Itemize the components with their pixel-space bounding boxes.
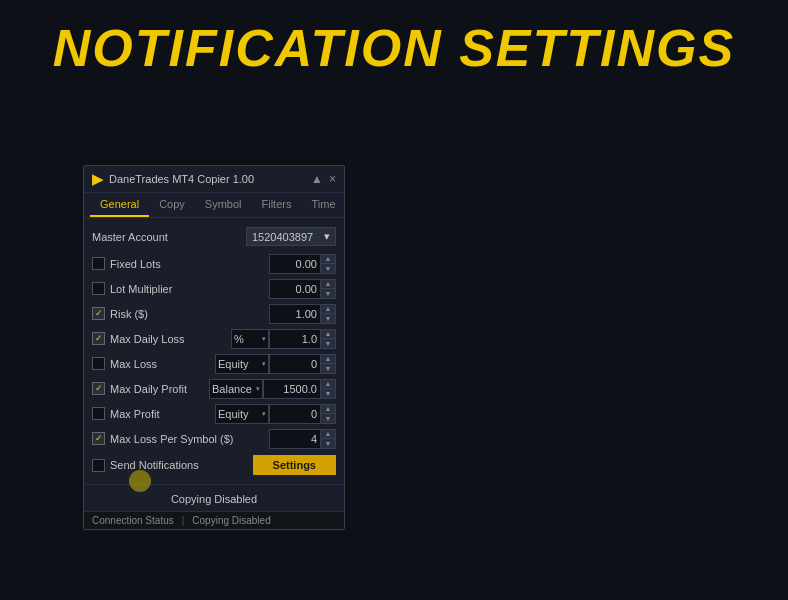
- titlebar-title: DaneTrades MT4 Copier 1.00: [109, 173, 254, 185]
- max-loss-dropdown[interactable]: Equity ▾: [215, 354, 269, 374]
- max-daily-profit-spin: ▲ ▼: [321, 379, 336, 399]
- connection-status-label: Connection Status: [92, 515, 174, 526]
- max-loss-checkbox[interactable]: [92, 357, 105, 370]
- max-profit-spin: ▲ ▼: [321, 404, 336, 424]
- max-profit-label: Max Profit: [110, 408, 215, 420]
- master-account-caret: ▾: [324, 230, 330, 243]
- lot-multiplier-spin-up[interactable]: ▲: [321, 280, 335, 289]
- send-notifications-label: Send Notifications: [110, 459, 247, 471]
- max-loss-label: Max Loss: [110, 358, 215, 370]
- max-loss-per-symbol-row: Max Loss Per Symbol ($) ▲ ▼: [92, 426, 336, 451]
- fixed-lots-controls: ▲ ▼: [269, 254, 336, 274]
- titlebar: ▶ DaneTrades MT4 Copier 1.00 ▲ ×: [84, 166, 344, 193]
- risk-spin-up[interactable]: ▲: [321, 305, 335, 314]
- max-loss-per-symbol-label: Max Loss Per Symbol ($): [110, 433, 269, 445]
- max-daily-profit-dd-caret: ▾: [256, 385, 260, 393]
- master-account-row: Master Account 1520403897 ▾: [92, 224, 336, 251]
- max-loss-spin: ▲ ▼: [321, 354, 336, 374]
- copying-disabled-bar: Copying Disabled: [84, 484, 344, 511]
- max-loss-per-symbol-spin-up[interactable]: ▲: [321, 430, 335, 439]
- max-daily-loss-dd-caret: ▾: [262, 335, 266, 343]
- max-daily-profit-input[interactable]: [263, 379, 321, 399]
- tab-symbol[interactable]: Symbol: [195, 193, 252, 217]
- titlebar-left: ▶ DaneTrades MT4 Copier 1.00: [92, 171, 254, 187]
- settings-button[interactable]: Settings: [253, 455, 336, 475]
- max-daily-profit-spin-down[interactable]: ▼: [321, 389, 335, 398]
- fixed-lots-spin-down[interactable]: ▼: [321, 264, 335, 273]
- fixed-lots-row: Fixed Lots ▲ ▼: [92, 251, 336, 276]
- max-daily-profit-dd-value: Balance: [212, 383, 252, 395]
- risk-checkbox[interactable]: [92, 307, 105, 320]
- max-loss-controls: Equity ▾ ▲ ▼: [215, 354, 336, 374]
- risk-controls: ▲ ▼: [269, 304, 336, 324]
- max-daily-loss-checkbox[interactable]: [92, 332, 105, 345]
- max-daily-profit-row: Max Daily Profit Balance ▾ ▲ ▼: [92, 376, 336, 401]
- send-notifications-row: Send Notifications Settings: [92, 451, 336, 478]
- close-button[interactable]: ×: [329, 173, 336, 185]
- lot-multiplier-row: Lot Multiplier ▲ ▼: [92, 276, 336, 301]
- max-loss-per-symbol-spin: ▲ ▼: [321, 429, 336, 449]
- max-profit-checkbox[interactable]: [92, 407, 105, 420]
- max-loss-per-symbol-input[interactable]: [269, 429, 321, 449]
- max-daily-loss-spin-down[interactable]: ▼: [321, 339, 335, 348]
- max-daily-loss-spin: ▲ ▼: [321, 329, 336, 349]
- max-profit-spin-up[interactable]: ▲: [321, 405, 335, 414]
- app-icon: ▶: [92, 171, 103, 187]
- max-daily-loss-dropdown[interactable]: % ▾: [231, 329, 269, 349]
- max-daily-loss-controls: % ▾ ▲ ▼: [231, 329, 336, 349]
- fixed-lots-checkbox[interactable]: [92, 257, 105, 270]
- max-loss-dd-caret: ▾: [262, 360, 266, 368]
- max-profit-controls: Equity ▾ ▲ ▼: [215, 404, 336, 424]
- lot-multiplier-input[interactable]: [269, 279, 321, 299]
- tab-filters[interactable]: Filters: [252, 193, 302, 217]
- max-loss-spin-up[interactable]: ▲: [321, 355, 335, 364]
- fixed-lots-label: Fixed Lots: [110, 258, 269, 270]
- titlebar-controls: ▲ ×: [311, 173, 336, 185]
- risk-label: Risk ($): [110, 308, 269, 320]
- master-account-select[interactable]: 1520403897 ▾: [246, 227, 336, 246]
- max-loss-row: Max Loss Equity ▾ ▲ ▼: [92, 351, 336, 376]
- max-profit-dropdown[interactable]: Equity ▾: [215, 404, 269, 424]
- max-loss-per-symbol-controls: ▲ ▼: [269, 429, 336, 449]
- bottom-bar-divider: |: [182, 515, 185, 526]
- max-profit-dd-caret: ▾: [262, 410, 266, 418]
- lot-multiplier-controls: ▲ ▼: [269, 279, 336, 299]
- send-notifications-controls: Settings: [247, 455, 336, 475]
- minimize-button[interactable]: ▲: [311, 173, 323, 185]
- max-daily-profit-dropdown[interactable]: Balance ▾: [209, 379, 263, 399]
- tab-time[interactable]: Time: [301, 193, 345, 217]
- risk-input[interactable]: [269, 304, 321, 324]
- risk-spin: ▲ ▼: [321, 304, 336, 324]
- max-daily-loss-dd-value: %: [234, 333, 244, 345]
- max-loss-per-symbol-spin-down[interactable]: ▼: [321, 439, 335, 448]
- max-profit-spin-down[interactable]: ▼: [321, 414, 335, 423]
- max-daily-profit-checkbox[interactable]: [92, 382, 105, 395]
- max-daily-loss-spin-up[interactable]: ▲: [321, 330, 335, 339]
- lot-multiplier-checkbox[interactable]: [92, 282, 105, 295]
- max-daily-loss-label: Max Daily Loss: [110, 333, 231, 345]
- lot-multiplier-spin: ▲ ▼: [321, 279, 336, 299]
- risk-row: Risk ($) ▲ ▼: [92, 301, 336, 326]
- copying-disabled-text: Copying Disabled: [192, 515, 270, 526]
- master-account-value: 1520403897: [252, 231, 313, 243]
- lot-multiplier-label: Lot Multiplier: [110, 283, 269, 295]
- lot-multiplier-spin-down[interactable]: ▼: [321, 289, 335, 298]
- page-title: NOTIFICATION SETTINGS: [0, 0, 788, 88]
- tab-general[interactable]: General: [90, 193, 149, 217]
- max-profit-input[interactable]: [269, 404, 321, 424]
- master-account-label: Master Account: [92, 231, 168, 243]
- max-profit-row: Max Profit Equity ▾ ▲ ▼: [92, 401, 336, 426]
- fixed-lots-spin-up[interactable]: ▲: [321, 255, 335, 264]
- tab-copy[interactable]: Copy: [149, 193, 195, 217]
- max-loss-input[interactable]: [269, 354, 321, 374]
- copying-status-text: Copying Disabled: [171, 493, 257, 505]
- max-daily-loss-input[interactable]: [269, 329, 321, 349]
- max-loss-per-symbol-checkbox[interactable]: [92, 432, 105, 445]
- max-daily-loss-row: Max Daily Loss % ▾ ▲ ▼: [92, 326, 336, 351]
- send-notifications-checkbox[interactable]: [92, 459, 105, 472]
- max-loss-dd-value: Equity: [218, 358, 249, 370]
- risk-spin-down[interactable]: ▼: [321, 314, 335, 323]
- max-daily-profit-spin-up[interactable]: ▲: [321, 380, 335, 389]
- fixed-lots-input[interactable]: [269, 254, 321, 274]
- max-loss-spin-down[interactable]: ▼: [321, 364, 335, 373]
